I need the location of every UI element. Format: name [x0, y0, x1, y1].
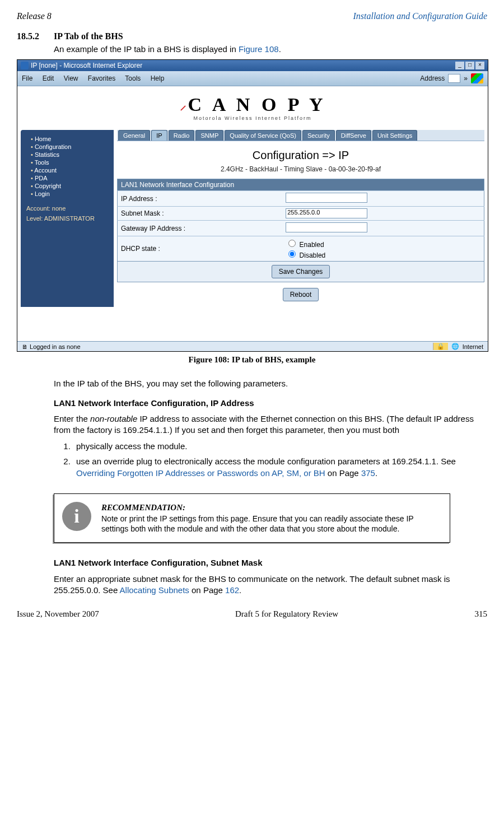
dhcp-disabled-radio[interactable] [288, 250, 296, 258]
tab-diffserve[interactable]: DiffServe [336, 130, 371, 141]
menu-favorites[interactable]: Favorites [88, 74, 115, 82]
allocating-subnets-link[interactable]: Allocating Subnets [120, 585, 189, 595]
sidebar-item-home[interactable]: Home [31, 136, 110, 142]
sidebar-item-tools[interactable]: Tools [31, 159, 110, 166]
window-controls[interactable]: _ □ × [455, 62, 484, 69]
config-subtitle: 2.4GHz - BackHaul - Timing Slave - 0a-00… [117, 165, 484, 173]
ip-address-input[interactable] [286, 193, 367, 203]
footer-left: Issue 2, November 2007 [17, 609, 99, 619]
table-header: LAN1 Network Interface Configuration [118, 179, 484, 191]
tab-snmp[interactable]: SNMP [195, 130, 223, 141]
menu-view[interactable]: View [64, 74, 78, 82]
override-link[interactable]: Overriding Forgotten IP Addresses or Pas… [76, 468, 325, 478]
browser-content: ⟋C A N O P Y Motorola Wireless Internet … [17, 86, 488, 351]
chevron-icon[interactable]: » [464, 74, 468, 82]
save-changes-button[interactable]: Save Changes [272, 265, 330, 278]
subnet-mask-input[interactable]: 255.255.0.0 [286, 208, 367, 218]
para-subnet-mask: Enter an appropriate subnet mask for the… [54, 574, 487, 596]
tab-general[interactable]: General [118, 130, 150, 141]
footer-right: 315 [475, 609, 488, 619]
section-title: IP Tab of the BHS [54, 31, 123, 41]
menu-file[interactable]: File [22, 74, 32, 82]
page-162-link[interactable]: 162 [225, 585, 239, 595]
intro-text-b: . [279, 44, 281, 54]
ip-address-label: IP Address : [118, 191, 283, 207]
section-number: 18.5.2 [17, 31, 45, 41]
info-icon: i [62, 502, 91, 531]
account-line1: Account: none [26, 205, 110, 212]
config-title: Configuration => IP [117, 149, 484, 162]
menu-edit[interactable]: Edit [43, 74, 54, 82]
dhcp-disabled-label: Disabled [300, 251, 326, 259]
windows-flag-icon [471, 73, 483, 83]
recommendation-body: Note or print the IP settings from this … [101, 514, 442, 535]
logo-text: C A N O P Y [188, 94, 326, 115]
running-footer: Issue 2, November 2007 Draft 5 for Regul… [17, 609, 487, 619]
recommendation-title: RECOMMENDATION: [101, 502, 442, 513]
p2a: Enter an appropriate subnet mask for the… [54, 574, 450, 595]
recommendation-text: RECOMMENDATION: Note or print the IP set… [101, 502, 442, 534]
footer-center: Draft 5 for Regulatory Review [235, 609, 338, 619]
status-left: Logged in as none [30, 343, 81, 350]
tab-security[interactable]: Security [302, 130, 335, 141]
ie-status-bar: 🗎 Logged in as none 🔒 🌐 Internet [17, 341, 488, 351]
header-left: Release 8 [17, 11, 52, 21]
p2c: . [239, 585, 241, 595]
running-header: Release 8 Installation and Configuration… [17, 11, 487, 21]
address-label: Address [420, 74, 445, 82]
account-line2: Level: ADMINISTRATOR [26, 215, 110, 222]
tab-unit-settings[interactable]: Unit Settings [372, 130, 417, 141]
status-doc-icon: 🗎 [22, 343, 28, 350]
p2b: on Page [189, 585, 225, 595]
figure-screenshot: IP [none] - Microsoft Internet Explorer … [17, 59, 488, 352]
sidebar-item-login[interactable]: Login [31, 190, 110, 197]
sidebar-item-statistics[interactable]: Statistics [31, 151, 110, 158]
status-right: Internet [463, 343, 483, 350]
p1a: Enter the [54, 414, 90, 423]
reboot-button[interactable]: Reboot [283, 288, 319, 301]
dhcp-enabled-radio[interactable] [288, 240, 296, 247]
tab-ip[interactable]: IP [151, 130, 167, 141]
sidebar-nav: Home Configuration Statistics Tools Acco… [21, 130, 114, 307]
menu-help[interactable]: Help [151, 74, 165, 82]
window-title: IP [none] - Microsoft Internet Explorer [31, 62, 142, 69]
canopy-logo: ⟋C A N O P Y Motorola Wireless Internet … [21, 90, 484, 130]
minimize-icon[interactable]: _ [455, 62, 464, 69]
ie-icon [21, 62, 29, 69]
menu-tools[interactable]: Tools [125, 74, 141, 82]
para-ip-address: Enter the non-routable IP address to ass… [54, 413, 487, 436]
tab-strip: General IP Radio SNMP Quality of Service… [117, 130, 484, 141]
lock-icon: 🔒 [433, 343, 448, 350]
address-input[interactable] [448, 74, 460, 83]
page-375-link[interactable]: 375 [361, 468, 375, 478]
subnet-mask-label: Subnet Mask : [118, 207, 283, 221]
maximize-icon[interactable]: □ [465, 62, 474, 69]
dhcp-enabled-label: Enabled [300, 241, 324, 249]
gateway-ip-label: Gateway IP Address : [118, 221, 283, 236]
gateway-ip-input[interactable] [286, 222, 367, 232]
figure-caption: Figure 108: IP tab of BHS, example [17, 355, 487, 365]
main-panel: General IP Radio SNMP Quality of Service… [117, 130, 484, 307]
sidebar-item-account[interactable]: Account [31, 167, 110, 174]
globe-icon: 🌐 [451, 343, 459, 350]
li2a: use an override plug to electronically a… [76, 456, 456, 466]
intro-text-a: An example of the IP tab in a BHS is dis… [54, 44, 239, 54]
figure-link[interactable]: Figure 108 [239, 44, 279, 54]
ie-menubar: File Edit View Favorites Tools Help Addr… [17, 71, 488, 86]
close-icon[interactable]: × [475, 62, 484, 69]
body-para-1: In the IP tab of the BHS, you may set th… [54, 378, 487, 389]
lan1-config-table: LAN1 Network Interface Configuration IP … [117, 179, 484, 262]
header-right: Installation and Configuration Guide [353, 11, 487, 21]
dhcp-state-label: DHCP state : [118, 236, 283, 262]
sidebar-item-copyright[interactable]: Copyright [31, 183, 110, 189]
list-item-1: physically access the module. [73, 440, 487, 452]
sidebar-item-pda[interactable]: PDA [31, 175, 110, 181]
numbered-list: physically access the module. use an ove… [73, 440, 487, 479]
p1-em: non-routable [90, 414, 137, 423]
recommendation-box: i RECOMMENDATION: Note or print the IP s… [54, 493, 450, 543]
sidebar-item-configuration[interactable]: Configuration [31, 143, 110, 150]
li2c: . [375, 468, 377, 478]
tab-qos[interactable]: Quality of Service (QoS) [225, 130, 301, 141]
tab-radio[interactable]: Radio [169, 130, 195, 141]
ie-titlebar: IP [none] - Microsoft Internet Explorer … [17, 60, 488, 71]
